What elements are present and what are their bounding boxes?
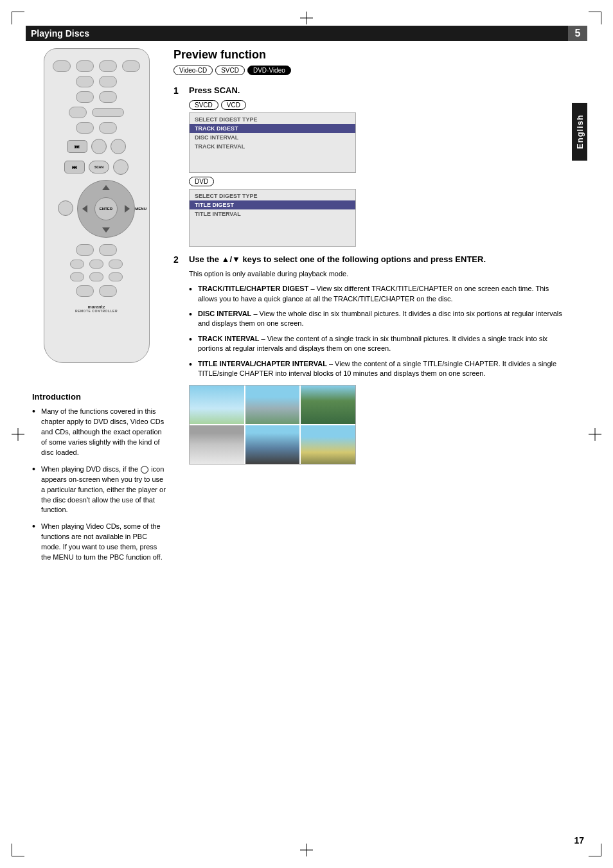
dpad-down-arrow — [102, 227, 110, 233]
remote-btn[interactable] — [76, 244, 94, 256]
remote-btn[interactable] — [76, 91, 94, 103]
language-label: English — [575, 114, 585, 149]
remote-round-btn[interactable] — [111, 139, 126, 154]
remote-btn[interactable] — [99, 91, 117, 103]
remote-row-1 — [53, 60, 140, 72]
remote-btn[interactable] — [122, 60, 140, 72]
brand-label: marantz REMOTE CONTROLLER — [75, 305, 118, 313]
bullet-dot-disc: • — [189, 310, 194, 329]
remote-row-4 — [69, 107, 124, 118]
osd-svcd-row-2: DISC INTERVAL — [190, 133, 355, 142]
intro-item-1: • Many of the functions covered in this … — [32, 407, 167, 458]
thumb-1 — [190, 385, 244, 424]
dpad-left-arrow — [82, 205, 87, 213]
badge-dvdvideo: DVD-Video — [247, 66, 291, 75]
no-entry-icon — [141, 466, 148, 474]
remote-btn-sm[interactable] — [89, 260, 103, 269]
dpad[interactable]: ENTER MENU — [77, 180, 135, 238]
remote-round-btn[interactable] — [91, 139, 107, 154]
remote-scan-row: ⏮ SCAN — [64, 159, 129, 175]
bullet-text-track: TRACK/TITLE/CHAPTER DIGEST – View six di… — [198, 284, 568, 304]
step-2-header: 2 Use the ▲/▼ keys to select one of the … — [173, 254, 568, 265]
scan-button[interactable]: SCAN — [89, 161, 109, 173]
enter-button[interactable]: ENTER — [94, 197, 118, 220]
badge-vcd-sub: VCD — [221, 100, 246, 110]
badge-videocd: Video-CD — [173, 66, 213, 75]
remote-round-btn[interactable] — [58, 200, 73, 216]
intro-item-2: • When playing DVD discs, if the icon ap… — [32, 465, 167, 516]
osd-dvd-header: SELECT DIGEST TYPE — [190, 191, 355, 200]
remote-btn[interactable] — [99, 122, 117, 134]
badge-svcd: SVCD — [215, 66, 245, 75]
brand-name: marantz — [75, 305, 118, 309]
remote-btn[interactable] — [99, 244, 117, 256]
osd-svcd-row-3: TRACK INTERVAL — [190, 142, 355, 151]
bullet-text-disc: DISC INTERVAL – View the whole disc in s… — [198, 309, 568, 329]
corner-mark-tl — [12, 12, 24, 24]
step-2-number: 2 — [173, 254, 184, 265]
header-bar: Playing Discs 5 — [26, 26, 587, 41]
step-2-description: This option is only available during pla… — [189, 269, 568, 279]
intro-text-2: When playing DVD discs, if the icon appe… — [41, 465, 167, 516]
page-number: 17 — [574, 835, 584, 846]
corner-mark-tr — [589, 12, 601, 24]
remote-btn[interactable] — [76, 60, 94, 72]
remote-round-btn[interactable] — [113, 159, 129, 175]
crosshair-bottom — [300, 844, 313, 856]
remote-btn[interactable] — [53, 60, 71, 72]
preview-title: Preview function — [173, 48, 568, 62]
remote-btn[interactable] — [99, 285, 117, 297]
remote-btn-sm[interactable] — [109, 272, 123, 281]
menu-label: MENU — [135, 207, 147, 211]
intro-item-3: • When playing Video CDs, some of the fu… — [32, 522, 167, 563]
thumb-3 — [301, 385, 355, 424]
step-1-title: Press SCAN. — [189, 85, 240, 96]
remote-btn-sm[interactable] — [89, 272, 103, 281]
remote-btn-sm[interactable] — [70, 272, 84, 281]
skip-prev-button[interactable]: ⏮ — [64, 161, 85, 173]
thumb-6 — [301, 425, 355, 464]
remote-btn[interactable] — [76, 285, 94, 297]
thumb-5 — [245, 425, 300, 464]
corner-mark-bl — [12, 844, 24, 856]
remote-btn[interactable] — [76, 122, 94, 134]
remote-row-6 — [76, 244, 117, 256]
remote-btn[interactable] — [76, 76, 94, 87]
remote-btn[interactable] — [69, 107, 87, 118]
bullet-title-interval: • TITLE INTERVAL/CHAPTER INTERVAL – View… — [189, 359, 568, 379]
step-2: 2 Use the ▲/▼ keys to select one of the … — [173, 254, 568, 465]
crosshair-top — [300, 12, 313, 24]
bullet-dot-track: • — [189, 285, 194, 304]
skip-next-button[interactable]: ⏭ — [67, 140, 87, 153]
remote-skip-scan-row: ⏭ — [67, 139, 126, 154]
thumb-4 — [190, 425, 244, 464]
osd-dvd-row-1: TITLE DIGEST — [190, 200, 355, 209]
preview-section: Preview function Video-CD SVCD DVD-Video — [173, 48, 568, 75]
remote-row-3 — [76, 91, 117, 103]
dpad-up-arrow — [102, 185, 110, 190]
dpad-right-arrow — [125, 205, 130, 213]
step-1-header: 1 Press SCAN. — [173, 85, 568, 96]
introduction-section: Introduction • Many of the functions cov… — [32, 392, 167, 569]
bullet-dot-1: • — [32, 407, 37, 458]
remote-btn-sm[interactable] — [70, 260, 84, 269]
crosshair-right — [589, 428, 601, 441]
remote-btn-sm[interactable] — [109, 260, 123, 269]
remote-row-9 — [76, 285, 117, 297]
crosshair-left — [12, 428, 24, 441]
intro-text-1: Many of the functions covered in this ch… — [41, 407, 167, 458]
remote-btn[interactable] — [99, 76, 117, 87]
badge-svcd-sub: SVCD — [189, 100, 218, 110]
osd-box-dvd: SELECT DIGEST TYPE TITLE DIGEST TITLE IN… — [189, 189, 356, 247]
main-content: Preview function Video-CD SVCD DVD-Video… — [173, 48, 568, 472]
bullet-dot-title: • — [189, 360, 194, 379]
remote-subtitle: REMOTE CONTROLLER — [75, 309, 118, 313]
remote-btn-wide[interactable] — [92, 108, 124, 117]
remote-btn[interactable] — [99, 60, 117, 72]
remote-controller-area: ⏭ ⏮ SCAN ENTER MENU — [32, 48, 161, 376]
term-track: TRACK/TITLE/CHAPTER DIGEST — [198, 285, 308, 292]
badge-dvd: DVD — [189, 177, 214, 186]
remote-row-2 — [76, 76, 117, 87]
bullet-text-track-int: TRACK INTERVAL – View the content of a s… — [198, 334, 568, 354]
bullet-track-interval: • TRACK INTERVAL – View the content of a… — [189, 334, 568, 354]
